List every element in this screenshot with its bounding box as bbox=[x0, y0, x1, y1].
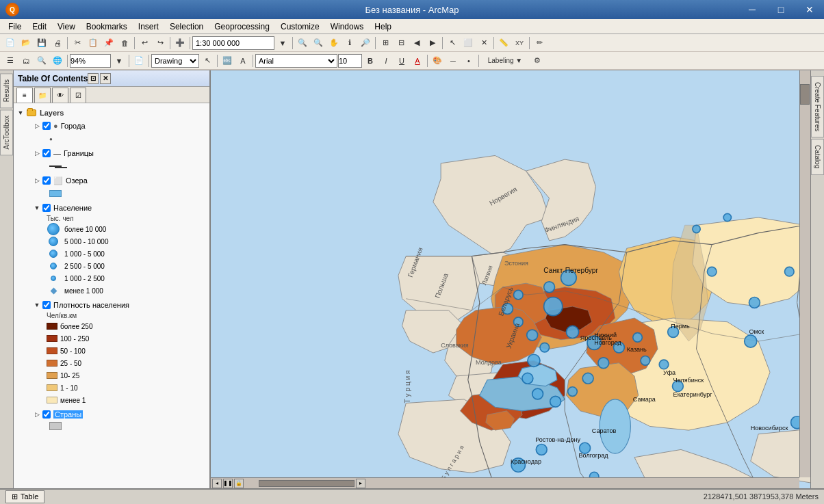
table-button[interactable]: ⊞ Table bbox=[5, 490, 44, 503]
map-scrollbar-h[interactable]: ◂ ❚❚ 🔒 ▸ bbox=[211, 477, 799, 488]
arc-btn[interactable]: 🌐 bbox=[50, 53, 65, 68]
find-btn[interactable]: 🔎 bbox=[358, 36, 373, 51]
scroll-thumb-v[interactable] bbox=[800, 84, 810, 105]
arctoolbox-tab[interactable]: ArcToolbox bbox=[0, 109, 13, 155]
zoom-out-btn[interactable]: 🔍 bbox=[311, 36, 326, 51]
font-color-btn[interactable]: A bbox=[235, 53, 250, 68]
font-select[interactable]: Arial bbox=[255, 54, 337, 68]
scale-dropdown[interactable]: ▼ bbox=[275, 36, 290, 51]
zoom-input[interactable] bbox=[70, 54, 111, 68]
sep8 bbox=[493, 37, 494, 49]
pan-btn[interactable]: ✋ bbox=[326, 36, 342, 51]
bold-btn[interactable]: B bbox=[363, 53, 378, 68]
paste-button[interactable]: 📌 bbox=[101, 36, 116, 51]
create-features-tab[interactable]: Create Features bbox=[811, 76, 824, 137]
bottom-bar: ⊞ Table 2128471,501 3871953,378 Meters bbox=[0, 488, 824, 503]
cut-button[interactable]: ✂ bbox=[70, 36, 85, 51]
zoom-layer-btn[interactable]: ⊟ bbox=[394, 36, 409, 51]
minimize-button[interactable]: ─ bbox=[738, 0, 767, 19]
close-button[interactable]: ✕ bbox=[795, 0, 824, 19]
toc-tab-source[interactable]: 📁 bbox=[34, 88, 51, 103]
back-btn[interactable]: ◀ bbox=[409, 36, 424, 51]
xy-btn[interactable]: XY bbox=[512, 36, 527, 51]
cities-checkbox[interactable] bbox=[42, 122, 51, 130]
menu-geoprocessing[interactable]: Geoprocessing bbox=[209, 21, 275, 33]
density-legend-5: 10- 25 bbox=[47, 370, 209, 381]
toc-tab-selection[interactable]: ☑ bbox=[70, 88, 86, 103]
results-tab[interactable]: Results bbox=[0, 73, 13, 108]
menu-view[interactable]: View bbox=[52, 21, 81, 33]
undo-button[interactable]: ↩ bbox=[137, 36, 152, 51]
menu-help[interactable]: Help bbox=[369, 21, 397, 33]
catalog-btn[interactable]: 🗂 bbox=[18, 53, 34, 68]
page-btn[interactable]: 📄 bbox=[131, 53, 146, 68]
open-button[interactable]: 📂 bbox=[18, 36, 34, 51]
menu-edit[interactable]: Edit bbox=[27, 21, 52, 33]
arrow-select[interactable]: ↖ bbox=[200, 53, 215, 68]
borders-expand[interactable]: ▷ bbox=[33, 149, 41, 157]
font-size-input[interactable] bbox=[338, 54, 362, 68]
population-expand[interactable]: ▼ bbox=[33, 204, 41, 212]
toc-float-btn[interactable]: ⊡ bbox=[88, 73, 99, 84]
zoom-in-btn[interactable]: 🔍 bbox=[295, 36, 310, 51]
measure-btn[interactable]: 📏 bbox=[496, 36, 511, 51]
italic-btn[interactable]: I bbox=[378, 53, 394, 68]
countries-expand[interactable]: ▷ bbox=[33, 410, 41, 419]
select-features-btn[interactable]: ⬜ bbox=[461, 36, 476, 51]
menu-file[interactable]: File bbox=[3, 21, 27, 33]
menu-windows[interactable]: Windows bbox=[325, 21, 370, 33]
font-color-a[interactable]: A bbox=[410, 53, 425, 68]
labeling-dropdown[interactable]: Labeling ▼ bbox=[481, 53, 529, 68]
editor-btn[interactable]: ✏ bbox=[532, 36, 547, 51]
lakes-expand[interactable]: ▷ bbox=[33, 176, 41, 185]
underline-btn[interactable]: U bbox=[394, 53, 409, 68]
identify-btn[interactable]: ℹ bbox=[342, 36, 357, 51]
forward-btn[interactable]: ▶ bbox=[425, 36, 440, 51]
drawing-select[interactable]: Drawing bbox=[151, 54, 199, 68]
map-scrollbar-v[interactable] bbox=[799, 70, 810, 477]
line-color-btn[interactable]: ─ bbox=[446, 53, 461, 68]
toc-tab-visibility[interactable]: 👁 bbox=[52, 88, 68, 103]
labeling-settings[interactable]: ⚙ bbox=[530, 53, 545, 68]
borders-checkbox[interactable] bbox=[42, 149, 51, 157]
svg-point-11 bbox=[550, 396, 561, 407]
scroll-left-btn[interactable]: ◂ bbox=[212, 479, 222, 488]
new-button[interactable]: 📄 bbox=[3, 36, 18, 51]
menu-bookmarks[interactable]: Bookmarks bbox=[81, 21, 133, 33]
cities-expand[interactable]: ▷ bbox=[33, 122, 41, 130]
zoom-full-btn[interactable]: ⊞ bbox=[378, 36, 393, 51]
scale-input[interactable] bbox=[192, 36, 274, 50]
clear-select-btn[interactable]: ✕ bbox=[476, 36, 491, 51]
scroll-thumb-h[interactable] bbox=[259, 480, 355, 487]
scroll-pan-btn[interactable]: ❚❚ bbox=[223, 479, 233, 488]
add-data-button[interactable]: ➕ bbox=[172, 36, 188, 51]
scroll-right-btn[interactable]: ▸ bbox=[356, 479, 365, 488]
toc-btn[interactable]: ☰ bbox=[3, 53, 18, 68]
marker-color-btn[interactable]: • bbox=[461, 53, 476, 68]
map-area[interactable]: Санкт-Петербург Ярославль Нижний Новгоро… bbox=[211, 70, 810, 488]
menu-selection[interactable]: Selection bbox=[164, 21, 209, 33]
scroll-lock-btn[interactable]: 🔒 bbox=[234, 479, 244, 488]
toc-tab-list[interactable]: ≡ bbox=[16, 88, 33, 103]
layers-expand[interactable]: ▼ bbox=[16, 109, 25, 117]
search-btn[interactable]: 🔍 bbox=[34, 53, 49, 68]
fill-color-btn[interactable]: 🎨 bbox=[430, 53, 445, 68]
menu-insert[interactable]: Insert bbox=[133, 21, 164, 33]
save-button[interactable]: 💾 bbox=[34, 36, 49, 51]
zoom-dropdown[interactable]: ▼ bbox=[112, 53, 127, 68]
countries-checkbox[interactable] bbox=[42, 410, 51, 419]
toc-close-btn[interactable]: ✕ bbox=[100, 73, 111, 84]
maximize-button[interactable]: □ bbox=[767, 0, 795, 19]
lakes-checkbox[interactable] bbox=[42, 176, 51, 185]
catalog-tab[interactable]: Catalog bbox=[811, 139, 824, 174]
redo-button[interactable]: ↪ bbox=[153, 36, 168, 51]
delete-button[interactable]: 🗑 bbox=[117, 36, 132, 51]
menu-customize[interactable]: Customize bbox=[275, 21, 325, 33]
copy-button[interactable]: 📋 bbox=[86, 36, 101, 51]
density-expand[interactable]: ▼ bbox=[33, 301, 41, 309]
print-button[interactable]: 🖨 bbox=[50, 36, 65, 51]
population-checkbox[interactable] bbox=[42, 204, 51, 212]
density-checkbox[interactable] bbox=[42, 301, 51, 309]
text-btn[interactable]: 🔤 bbox=[220, 53, 235, 68]
select-btn[interactable]: ↖ bbox=[445, 36, 460, 51]
